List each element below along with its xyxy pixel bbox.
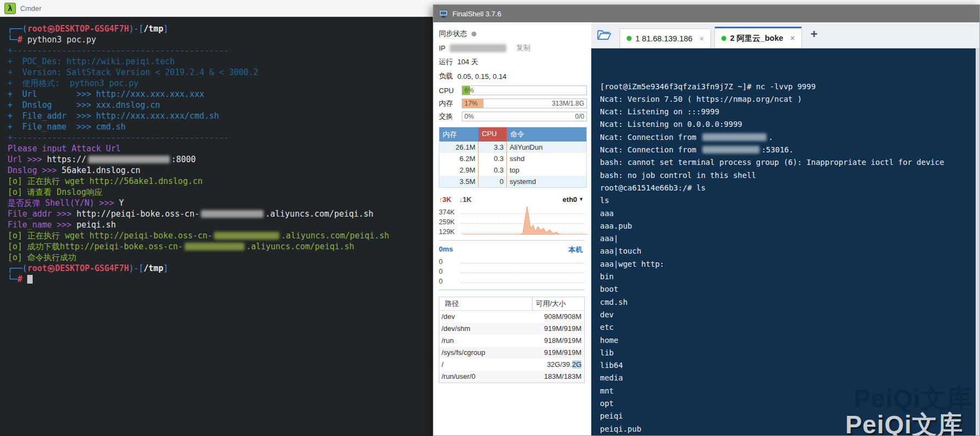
pc-mem: 6.2M [439,153,479,164]
watermark-shadow: PeiQi文库 [854,392,972,405]
axis-tick-label: 0 [439,258,461,266]
disk-path: /dev [439,311,532,323]
table-row[interactable]: 26.1M3.3AliYunDun [439,142,586,153]
ping-summary: 0ms 本机 [439,245,587,255]
close-tab-icon[interactable]: × [791,34,795,42]
finalshell-window: FinalShell 3.7.6 同步状态 IP 复制 运行 104 天 负载 … [433,4,980,436]
cpu-usage-bar: 6% [462,85,587,95]
disk-col-path[interactable]: 路径 [439,297,532,310]
gridline [461,283,585,283]
table-row[interactable]: /run/user/0183M/183M [439,371,584,383]
disk-col-size[interactable]: 可用/大小 [532,297,584,310]
terminal-tab[interactable]: 1 81.68.139.186× [620,28,711,48]
ping-graph: 000 [439,256,585,285]
graph-row: 0 [439,275,585,285]
axis-tick-label: 374K [439,208,461,216]
watermark: PeiQi文库 [845,419,963,431]
table-row[interactable]: /dev908M/908M [439,311,584,323]
sync-status-dot [471,32,476,36]
terminal-line: root@ca61514e66b3:/# ls [600,182,979,194]
terminal-line: lib [600,347,979,359]
cmder-window-title: Cmder [20,4,41,13]
axis-tick-label: 0 [439,278,461,285]
pc-cpu: 0 [479,176,507,187]
disk-size: 908M/908M [532,311,584,323]
terminal-tab[interactable]: 2 阿里云_boke× [714,27,802,48]
close-tab-icon[interactable]: × [700,34,704,43]
connection-manager-folder-icon[interactable] [597,29,612,41]
table-row[interactable]: /32G/39.2G [439,359,584,371]
terminal-line: bash: cannot set terminal process group … [600,156,979,169]
terminal-line: ls [600,194,979,207]
process-col-cpu[interactable]: CPU [479,127,507,142]
divider [439,240,585,241]
axis-tick-label: 129K [439,228,461,236]
terminal-line: aaa|touch [600,245,979,257]
disk-size: 183M/183M [532,371,584,383]
table-row[interactable]: 6.2M0.3sshd [439,153,586,164]
pc-cmd: top [507,164,586,176]
graph-row: 0 [439,266,585,275]
terminal-line: boot [600,283,979,296]
interface-name: eth0 [562,195,577,204]
table-row[interactable]: 2.9M0.3top [439,164,586,176]
disk-size: 919M/919M [532,323,584,335]
table-row[interactable]: 3.5M0systemd [439,176,586,187]
ssh-terminal[interactable]: [root@iZm5e9346f3qfzai3fn9j7Z ~]# nc -lv… [591,48,979,435]
ping-latency: 0ms [439,245,453,255]
gridline [461,273,585,273]
ping-host-link[interactable]: 本机 [568,245,583,255]
table-row[interactable]: /run918M/919M [439,335,584,347]
uptime-value: 104 天 [457,57,478,67]
table-row[interactable]: /dev/shm919M/919M [439,323,584,335]
terminal-line: home [600,334,979,347]
redacted-text [88,156,170,163]
table-row[interactable]: /sys/fs/cgroup919M/919M [439,347,584,359]
uptime-label: 运行 [439,57,453,67]
pc-cpu: 0.3 [479,153,507,164]
cmder-lambda-icon: λ [4,3,16,14]
terminal-line: Ncat: Listening on 0.0.0.0:9999 [600,118,979,131]
copy-ip-button[interactable]: 复制 [516,43,530,53]
load-label: 负载 [439,71,453,81]
swap-usage-bar: 0% 0/0 [462,112,587,121]
axis-tick-label: 259K [439,218,461,226]
terminal-line: aaa| [600,232,979,245]
graph-row: 0 [439,256,585,266]
disk-path: /run [439,335,532,347]
finalshell-window-title: FinalShell 3.7.6 [452,10,501,18]
terminal-scrollbar[interactable] [976,48,979,435]
pc-cmd: AliYunDun [507,142,586,153]
selected-text: 2G [572,360,581,369]
cpu-usage-pct: 6% [464,87,474,94]
gridline [461,263,585,263]
finalshell-titlebar[interactable]: FinalShell 3.7.6 [433,5,979,22]
terminal-line: aaa|wget http: [600,258,979,271]
redacted-text [201,210,264,218]
redacted-text [702,133,767,141]
swap-usage-value: 0/0 [575,113,584,120]
download-rate: 1K [463,195,472,204]
process-table-header: 内存 CPU 命令 [439,127,586,142]
process-col-memory[interactable]: 内存 [439,127,479,142]
process-table: 内存 CPU 命令 26.1M3.3AliYunDun6.2M0.3sshd2.… [439,127,587,188]
disk-path: / [439,359,532,371]
monitor-panel: 同步状态 IP 复制 运行 104 天 负载 0.05, 0.15, 0.14 … [433,22,591,435]
terminal-line: [root@iZm5e9346f3qfzai3fn9j7Z ~]# nc -lv… [600,81,979,93]
divider [439,290,585,290]
disk-path: /sys/fs/cgroup [439,347,532,359]
swap-label: 交换 [439,112,458,121]
disk-table-header: 路径 可用/大小 [439,297,584,311]
chevron-down-icon: ▼ [579,196,584,202]
swap-usage-pct: 0% [464,113,474,120]
load-value: 0.05, 0.15, 0.14 [457,72,506,81]
disk-path: /dev/shm [439,323,532,335]
terminal-line: bin [600,271,979,283]
terminal-line: lib64 [600,359,979,372]
disk-table: 路径 可用/大小 /dev908M/908M/dev/shm919M/919M/… [439,297,585,383]
new-tab-button[interactable]: + [805,27,823,41]
pc-mem: 26.1M [439,142,479,153]
tab-status-dot [721,36,726,41]
process-col-command[interactable]: 命令 [507,127,586,142]
interface-selector[interactable]: eth0 ▼ [562,195,584,204]
